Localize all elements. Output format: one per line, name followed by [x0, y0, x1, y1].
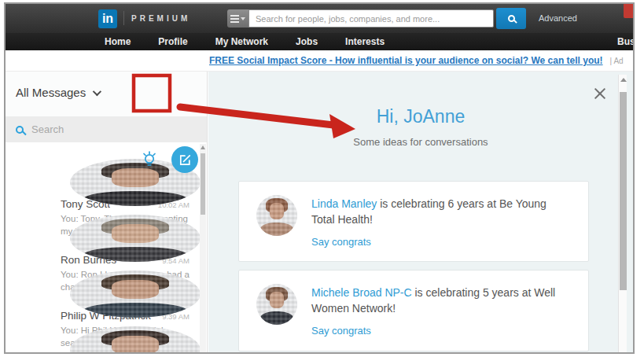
thread-item-meryl-weinstein[interactable]: Meryl Weinstein,... 9:38 AM You: Hi Mery… — [6, 310, 207, 352]
profile-link[interactable]: Michele Broad NP-C — [311, 286, 412, 299]
top-bar: in PREMIUM Advanced — [6, 4, 633, 33]
message-filter-label: All Messages — [16, 86, 86, 99]
search-button[interactable] — [496, 8, 526, 29]
nav-item-interests[interactable]: Interests — [345, 36, 385, 47]
thread-item-philip-fitzpatrick[interactable]: Philip W Fitzpatrick 9:39 AM You: Hi Phi… — [6, 254, 207, 310]
notification-flag-icon[interactable] — [624, 3, 635, 18]
scroll-up-arrow-icon[interactable] — [201, 145, 205, 149]
conversation-ideas-button[interactable] — [139, 148, 160, 170]
conversation-list-header: All Messages — [6, 72, 207, 116]
search-category-dropdown[interactable] — [227, 9, 248, 28]
nav-item-business-truncated[interactable]: Busi — [617, 36, 635, 47]
promo-banner: FREE Social Impact Score - How influenti… — [6, 50, 633, 72]
main-nav: Home Profile My Network Jobs Interests B… — [6, 33, 633, 50]
say-congrats-link[interactable]: Say congrats — [311, 325, 371, 337]
compose-message-button[interactable] — [171, 146, 198, 173]
overlay-subtitle: Some ideas for conversations — [208, 136, 633, 148]
scroll-up-arrow-icon[interactable] — [620, 78, 627, 82]
nav-item-home[interactable]: Home — [105, 36, 131, 47]
scrollbar-thumb[interactable] — [620, 92, 627, 290]
scrollbar-thumb[interactable] — [201, 153, 205, 215]
idea-card-linda-manley: Linda Manley is celebrating 6 years at B… — [238, 181, 589, 262]
message-search-bar — [6, 116, 207, 142]
search-icon — [16, 126, 24, 134]
global-search-input[interactable] — [248, 9, 494, 28]
idea-card-text: Michele Broad NP-C is celebrating 5 year… — [311, 285, 572, 317]
compose-icon — [178, 153, 192, 167]
overlay-scrollbar[interactable] — [618, 75, 627, 352]
lightbulb-icon — [139, 148, 160, 170]
conversation-list-panel: All Messages Tony Scott 10:02 AM You: To… — [6, 72, 208, 352]
chevron-down-icon — [241, 17, 245, 20]
list-icon — [230, 15, 239, 23]
nav-item-my-network[interactable]: My Network — [215, 36, 268, 47]
thread-item-ron-burnes[interactable]: Ron Burnes 9:54 AM You: Ron I hope you h… — [6, 198, 207, 254]
avatar — [70, 326, 201, 352]
promo-banner-link[interactable]: FREE Social Impact Score - How influenti… — [209, 55, 603, 66]
nav-item-profile[interactable]: Profile — [158, 36, 187, 47]
close-icon[interactable] — [592, 86, 608, 101]
search-icon — [508, 15, 515, 22]
message-filter-dropdown[interactable]: All Messages — [16, 86, 99, 99]
ad-label: | Ad — [610, 57, 624, 65]
chevron-down-icon — [93, 86, 101, 95]
thread-list-scrollbar[interactable] — [200, 144, 206, 352]
thread-list: Tony Scott 10:02 AM You: Tony, Thanks fo… — [6, 142, 207, 352]
messaging-page: All Messages Tony Scott 10:02 AM You: To… — [6, 72, 633, 352]
avatar — [256, 195, 297, 236]
say-congrats-link[interactable]: Say congrats — [311, 236, 371, 248]
profile-link[interactable]: Linda Manley — [311, 197, 377, 210]
conversation-ideas-overlay: Hi, JoAnne Some ideas for conversations … — [208, 72, 633, 352]
overlay-greeting: Hi, JoAnne — [208, 106, 633, 127]
message-search-input[interactable] — [31, 123, 165, 135]
browser-content-frame: in PREMIUM Advanced Home Profile My Netw… — [4, 2, 635, 354]
linkedin-logo[interactable]: in — [98, 9, 117, 28]
premium-label: PREMIUM — [131, 14, 190, 23]
nav-item-jobs[interactable]: Jobs — [296, 36, 318, 47]
advanced-search-link[interactable]: Advanced — [539, 13, 577, 23]
avatar — [256, 284, 297, 325]
idea-card-text: Linda Manley is celebrating 6 years at B… — [311, 196, 572, 228]
idea-card-michele-broad: Michele Broad NP-C is celebrating 5 year… — [238, 270, 589, 351]
